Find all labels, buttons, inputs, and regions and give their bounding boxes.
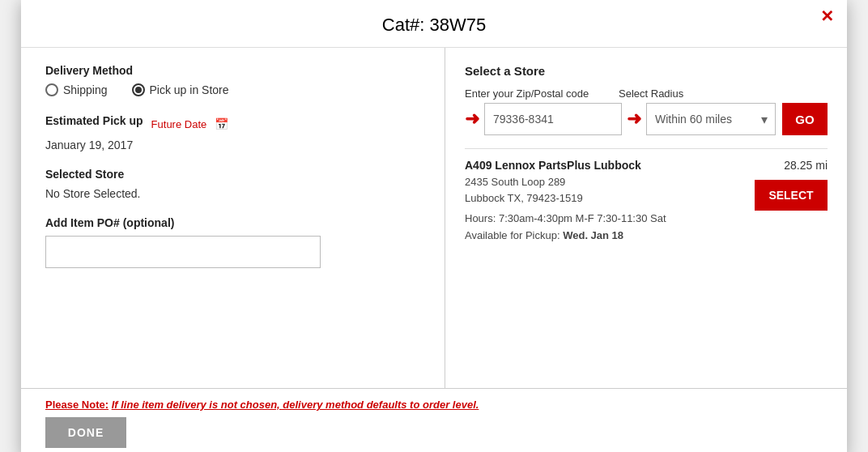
store-result: A409 Lennox PartsPlus Lubbock 2435 South… [465,148,828,241]
store-info: A409 Lennox PartsPlus Lubbock 2435 South… [465,159,747,241]
pickup-label-text: Available for Pickup: [465,229,560,241]
estimated-pickup-label: Estimated Pick up [45,114,143,127]
note-prefix: Please Note: [45,399,108,411]
note-body: If line item delivery is not chosen, del… [112,399,479,411]
estimated-pickup-section: Estimated Pick up Future Date 📅 January … [45,114,420,151]
shipping-option[interactable]: Shipping [45,83,108,96]
search-row: ➜ ➜ Within 10 miles Within 25 miles With… [465,103,828,135]
radius-label: Select Radius [619,87,683,100]
store-distance: 28.25 mi [784,159,828,172]
shipping-label: Shipping [63,83,108,96]
estimated-header: Estimated Pick up Future Date 📅 [45,114,420,134]
store-actions: 28.25 mi SELECT [747,159,828,211]
done-button[interactable]: DONE [45,417,126,448]
delivery-options: Shipping Pick up in Store [45,83,420,96]
zip-input[interactable] [484,103,622,135]
future-date-link[interactable]: Future Date [151,118,207,130]
modal-footer: Please Note: If line item delivery is no… [21,388,847,452]
left-panel: Delivery Method Shipping Pick up in Stor… [21,48,445,388]
modal-title: Cat#: 38W75 [21,0,847,48]
store-name: A409 Lennox PartsPlus Lubbock [465,159,747,172]
no-store-value: No Store Selected. [45,187,420,200]
arrow-right-icon: ➜ [627,109,641,130]
note-text: Please Note: If line item delivery is no… [45,399,823,411]
store-pickup: Available for Pickup: Wed. Jan 18 [465,229,747,241]
pickup-radio[interactable] [132,83,145,96]
go-button[interactable]: GO [782,103,828,135]
selected-store-section: Selected Store No Store Selected. [45,168,420,200]
radius-select[interactable]: Within 10 miles Within 25 miles Within 6… [646,103,776,135]
delivery-method-label: Delivery Method [45,64,420,77]
store-address-line1: 2435 South Loop 289 [465,176,565,188]
pickup-label: Pick up in Store [150,83,229,96]
store-address-line2: Lubbock TX, 79423-1519 [465,192,583,204]
po-input[interactable] [45,236,321,268]
selected-store-label: Selected Store [45,168,420,181]
store-address: 2435 South Loop 289 Lubbock TX, 79423-15… [465,174,747,206]
pickup-date: Wed. Jan 18 [563,229,623,241]
store-hours: Hours: 7:30am-4:30pm M-F 7:30-11:30 Sat [465,212,747,224]
zip-label: Enter your Zip/Postal code [465,87,619,100]
search-row-labels: Enter your Zip/Postal code Select Radius [465,87,828,100]
calendar-icon[interactable]: 📅 [215,117,228,130]
arrow-left-icon: ➜ [465,109,479,130]
po-section: Add Item PO# (optional) [45,216,420,268]
modal-dialog: ✕ Cat#: 38W75 Delivery Method Shipping P… [21,0,847,452]
right-panel: Select a Store Enter your Zip/Postal cod… [445,48,847,388]
select-store-title: Select a Store [465,64,828,78]
estimated-date: January 19, 2017 [45,139,420,151]
close-button[interactable]: ✕ [820,8,834,24]
po-label: Add Item PO# (optional) [45,216,420,229]
select-store-button[interactable]: SELECT [755,180,828,211]
shipping-radio[interactable] [45,83,58,96]
modal-body: Delivery Method Shipping Pick up in Stor… [21,48,847,388]
radius-wrapper: Within 10 miles Within 25 miles Within 6… [646,103,776,135]
pickup-option[interactable]: Pick up in Store [132,83,229,96]
